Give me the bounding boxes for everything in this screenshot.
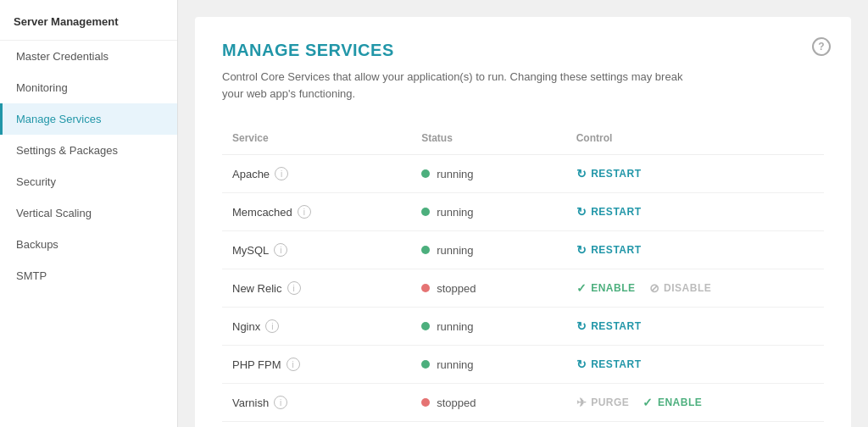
page-description: Control Core Services that allow your ap… [222, 69, 697, 102]
btn-label: RESTART [591, 206, 641, 218]
disable-icon: ⊘ [649, 281, 660, 295]
info-icon[interactable]: i [274, 243, 287, 257]
service-name-memcached: Memcachedi [232, 205, 401, 219]
btn-enable[interactable]: ✓ENABLE [576, 281, 636, 295]
table-row: New Relicistopped✓ENABLE⊘DISABLE [222, 269, 824, 308]
info-icon[interactable]: i [274, 396, 287, 409]
control-cell: ↻RESTART [576, 167, 814, 180]
restart-icon: ↻ [576, 167, 587, 180]
enable-icon: ✓ [643, 396, 654, 409]
status-cell: running [421, 206, 556, 219]
content-card: ? MANAGE SERVICES Control Core Services … [195, 17, 851, 427]
sidebar-item-vertical-scaling[interactable]: Vertical Scaling [0, 197, 177, 229]
status-text: running [437, 206, 473, 219]
status-dot [421, 322, 430, 330]
sidebar-item-smtp[interactable]: SMTP [0, 260, 177, 291]
table-row: Apacheirunning↻RESTART [222, 155, 824, 193]
col-header-status: Status [411, 125, 566, 155]
status-text: running [437, 244, 473, 257]
purge-icon: ✈ [576, 396, 587, 409]
btn-enable[interactable]: ✓ENABLE [643, 396, 702, 409]
status-text: running [437, 358, 473, 371]
status-dot [421, 284, 430, 292]
status-cell: running [421, 244, 556, 257]
control-cell: ↻RESTART [576, 205, 814, 219]
table-row: PHP FPMirunning↻RESTART [222, 346, 824, 384]
service-name-nginx: Nginxi [232, 319, 401, 333]
btn-label: RESTART [591, 358, 641, 370]
table-row: Varnishistopped✈PURGE✓ENABLE [222, 384, 824, 422]
btn-disable[interactable]: ⊘DISABLE [649, 281, 712, 295]
status-text: running [437, 320, 473, 333]
service-name-php-fpm: PHP FPMi [232, 358, 401, 371]
sidebar-item-backups[interactable]: Backups [0, 229, 177, 260]
restart-icon: ↻ [576, 358, 587, 371]
restart-icon: ↻ [576, 205, 587, 219]
status-dot [421, 208, 430, 216]
btn-label: ENABLE [591, 282, 635, 294]
service-label: Memcached [232, 206, 292, 219]
service-name-new-relic: New Relici [232, 281, 401, 295]
sidebar-item-master-credentials[interactable]: Master Credentials [0, 41, 177, 72]
table-row: Memcachedirunning↻RESTART [222, 193, 824, 231]
service-label: MySQL [232, 244, 269, 257]
control-cell: ↻RESTART [576, 243, 814, 257]
service-label: Varnish [232, 396, 269, 409]
control-cell: ✈PURGE✓ENABLE [576, 396, 814, 409]
status-dot [421, 398, 430, 407]
btn-restart[interactable]: ↻RESTART [576, 167, 642, 180]
status-text: running [437, 168, 473, 180]
btn-label: RESTART [591, 320, 641, 332]
col-header-control: Control [566, 125, 824, 155]
status-cell: stopped [421, 282, 556, 295]
services-table: ServiceStatusControl Apacheirunning↻REST… [222, 125, 824, 422]
sidebar-header: Server Management [0, 0, 177, 41]
btn-purge[interactable]: ✈PURGE [576, 396, 630, 409]
btn-restart[interactable]: ↻RESTART [576, 319, 642, 333]
status-cell: running [421, 168, 556, 180]
status-text: stopped [437, 396, 476, 409]
btn-restart[interactable]: ↻RESTART [576, 243, 642, 257]
status-cell: stopped [421, 396, 556, 409]
info-icon[interactable]: i [287, 358, 300, 371]
btn-label: PURGE [591, 396, 629, 408]
page-title: MANAGE SERVICES [222, 41, 824, 60]
help-icon[interactable]: ? [812, 37, 831, 56]
status-dot [421, 360, 430, 369]
service-name-mysql: MySQLi [232, 243, 401, 257]
btn-label: RESTART [591, 168, 641, 180]
restart-icon: ↻ [576, 243, 587, 257]
restart-icon: ↻ [576, 319, 587, 333]
sidebar-item-monitoring[interactable]: Monitoring [0, 72, 177, 103]
sidebar-item-security[interactable]: Security [0, 166, 177, 197]
status-dot [421, 246, 430, 254]
btn-label: DISABLE [664, 282, 711, 294]
sidebar: Server Management Master CredentialsMoni… [0, 0, 178, 427]
btn-restart[interactable]: ↻RESTART [576, 358, 642, 371]
sidebar-item-settings-packages[interactable]: Settings & Packages [0, 135, 177, 166]
service-label: PHP FPM [232, 358, 281, 371]
table-row: MySQLirunning↻RESTART [222, 231, 824, 269]
service-name-apache: Apachei [232, 167, 401, 180]
service-label: Nginx [232, 320, 260, 333]
table-row: Nginxirunning↻RESTART [222, 308, 824, 346]
btn-label: RESTART [591, 244, 641, 256]
enable-icon: ✓ [576, 281, 587, 295]
btn-restart[interactable]: ↻RESTART [576, 205, 642, 219]
status-text: stopped [437, 282, 476, 295]
info-icon[interactable]: i [287, 281, 301, 295]
info-icon[interactable]: i [275, 167, 288, 180]
control-cell: ✓ENABLE⊘DISABLE [576, 281, 814, 295]
info-icon[interactable]: i [298, 205, 311, 219]
status-cell: running [421, 320, 556, 333]
main-content: ? MANAGE SERVICES Control Core Services … [178, 0, 868, 427]
control-cell: ↻RESTART [576, 319, 814, 333]
status-cell: running [421, 358, 556, 371]
control-cell: ↻RESTART [576, 358, 814, 371]
col-header-service: Service [222, 125, 411, 155]
sidebar-item-manage-services[interactable]: Manage Services [0, 103, 177, 135]
info-icon[interactable]: i [265, 319, 279, 333]
service-label: New Relic [232, 282, 282, 295]
service-label: Apache [232, 168, 270, 180]
service-name-varnish: Varnishi [232, 396, 401, 409]
